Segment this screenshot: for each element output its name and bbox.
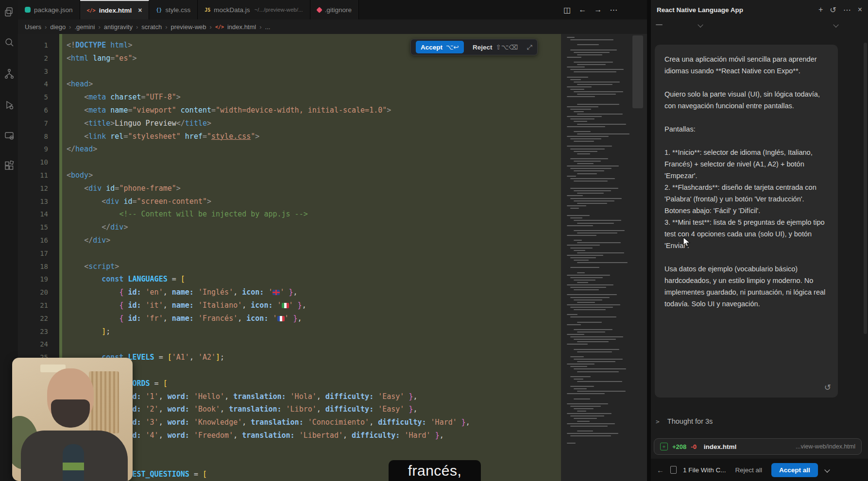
html-file-icon: </> [87, 8, 96, 13]
new-chat-icon[interactable]: + [818, 5, 823, 14]
tab-gitignore[interactable]: .gitignore [310, 0, 359, 19]
diff-add-icon: + [660, 443, 668, 450]
code-line: 12 <div id="phone-frame"> [18, 182, 562, 195]
accept-all-button[interactable]: Accept all [771, 463, 818, 477]
history-icon[interactable]: ↺ [830, 5, 836, 15]
subtitle-caption: francés, [389, 460, 481, 481]
breadcrumb-segment[interactable]: ... [265, 23, 271, 31]
reject-button[interactable]: Reject ⇧⌥⌫ [470, 43, 521, 51]
thought-row[interactable]: > Thought for 3s [656, 417, 713, 425]
changed-file-chip[interactable]: + +208 -0 index.html ...view-web/index.h… [654, 438, 862, 455]
accept-label: Accept [421, 44, 443, 51]
code-line: 23 ]; [18, 325, 562, 338]
chevron-down-icon[interactable] [833, 22, 838, 27]
flag-gb-icon [272, 290, 280, 295]
breadcrumb[interactable]: Users›diego›.gemini›antigravity›scratch›… [18, 19, 647, 34]
code-line: 10 [18, 156, 562, 169]
code-line: 20 { id: 'en', name: 'Inglés', icon: '' … [18, 286, 562, 299]
breadcrumb-segment[interactable]: diego [50, 23, 66, 31]
tab-index-html[interactable]: </> index.html × [80, 0, 150, 19]
tab-label: package.json [34, 6, 73, 14]
line-number: 11 [18, 169, 61, 182]
css-file-icon: {} [156, 7, 162, 13]
breadcrumb-segment[interactable]: antigravity [104, 23, 133, 31]
expand-diff-icon[interactable]: ⤢ [527, 43, 532, 51]
code-line: 21 { id: 'it', name: 'Italiano', icon: '… [18, 299, 562, 312]
code-line: 3 [18, 65, 562, 78]
search-icon[interactable] [3, 37, 15, 49]
breadcrumb-separator: › [165, 23, 167, 31]
line-number: 13 [18, 195, 61, 208]
tab-style-css[interactable]: {} style.css [149, 0, 198, 19]
extensions-icon[interactable] [3, 160, 15, 172]
tab-bar: package.json </> index.html × {} style.c… [18, 0, 647, 19]
split-editor-icon[interactable]: ◫ [563, 5, 571, 15]
breadcrumb-segment[interactable]: scratch [141, 23, 162, 31]
breadcrumb-separator: › [210, 23, 212, 31]
breadcrumb-separator: › [136, 23, 138, 31]
breadcrumb-separator: › [45, 23, 47, 31]
code-line: 22 { id: 'fr', name: 'Francés', icon: ''… [18, 312, 562, 325]
chat-collapsed-row [651, 21, 868, 29]
breadcrumb-code-icon: </> [215, 24, 224, 30]
chat-panel-header: React Native Language App + ↺ ⋯ × [651, 0, 868, 19]
line-number: 18 [18, 260, 61, 273]
line-number: 5 [18, 91, 61, 104]
source-control-icon[interactable] [3, 68, 15, 80]
code-line: 8 <link rel="stylesheet" href="style.css… [18, 130, 562, 143]
panel-scrollbar[interactable] [864, 43, 867, 334]
file-icon [670, 466, 677, 474]
vscode-window: package.json </> index.html × {} style.c… [0, 0, 868, 481]
tab-package-json[interactable]: package.json [18, 0, 80, 19]
line-number: 10 [18, 156, 61, 169]
git-file-icon [316, 7, 323, 13]
close-tab-icon[interactable]: × [138, 6, 142, 14]
code-line: 4<head> [18, 78, 562, 91]
message-paragraph: Usa datos de ejemplo (vocabulario básico… [664, 263, 828, 310]
back-icon[interactable]: ← [657, 466, 664, 474]
breadcrumb-segment[interactable]: index.html [227, 23, 256, 31]
chevron-right-icon: > [656, 418, 660, 425]
retry-icon[interactable]: ↺ [824, 382, 831, 393]
breadcrumb-segment[interactable]: preview-web [171, 23, 206, 31]
line-number: 6 [18, 104, 61, 117]
line-number: 20 [18, 286, 61, 299]
breadcrumb-separator: › [69, 23, 71, 31]
remote-window-icon[interactable] [3, 130, 15, 141]
code-line: 6 <meta name="viewport" content="width=d… [18, 104, 562, 117]
tab-label: .gitignore [325, 6, 352, 14]
reject-all-button[interactable]: Reject all [732, 466, 766, 474]
message-paragraph: 1. **Inicio**: selector de idioma (Inglé… [664, 147, 828, 251]
thought-label: Thought for 3s [667, 417, 713, 425]
chevron-down-icon[interactable] [698, 22, 703, 27]
tab-mockdata-js[interactable]: JS mockData.js ~/.../preview-web/... [198, 0, 310, 19]
nav-forward-icon[interactable]: → [594, 5, 602, 14]
caption-text: francés, [408, 463, 462, 481]
panel-more-icon[interactable]: ⋯ [843, 5, 851, 15]
changed-file-name: index.html [704, 443, 737, 450]
breadcrumb-separator: › [98, 23, 100, 31]
changed-file-path: ...view-web/index.html [796, 443, 855, 450]
code-line: 24 [18, 338, 562, 351]
line-number: 2 [18, 52, 61, 65]
close-panel-icon[interactable]: × [858, 5, 862, 14]
breadcrumb-segment[interactable]: .gemini [74, 23, 95, 31]
files-icon[interactable] [3, 6, 15, 17]
package-json-icon [25, 7, 31, 13]
nav-back-icon[interactable]: ← [579, 5, 586, 14]
minimap-slider[interactable] [632, 35, 643, 108]
code-line: 16 </div> [18, 234, 562, 247]
accept-button[interactable]: Accept ⌥↩ [416, 41, 464, 53]
code-line: 13 <div id="screen-content"> [18, 195, 562, 208]
code-line: 19 const LANGUAGES = [ [18, 273, 562, 286]
chat-panel: React Native Language App + ↺ ⋯ × Crea u… [647, 0, 868, 481]
more-actions-icon[interactable]: ⋯ [610, 5, 617, 15]
flag-fr-icon [277, 316, 285, 321]
breadcrumb-segment[interactable]: Users [25, 23, 41, 31]
added-count: +208 [672, 443, 686, 450]
line-number: 17 [18, 247, 61, 260]
chevron-down-icon[interactable] [824, 467, 830, 472]
user-message-text: Crea una aplicación móvil sencilla para … [664, 53, 828, 310]
line-number: 3 [18, 65, 61, 78]
run-debug-icon[interactable] [3, 99, 15, 111]
